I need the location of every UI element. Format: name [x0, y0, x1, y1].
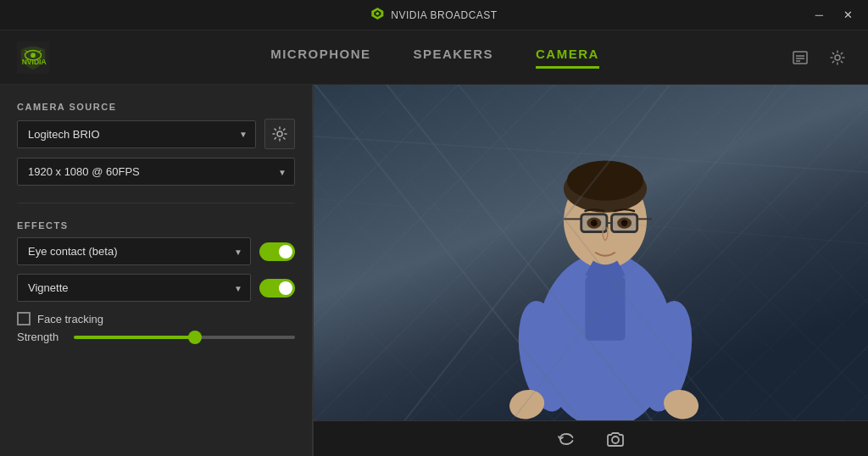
app-title: NVIDIA BROADCAST: [391, 9, 497, 21]
camera-device-wrapper: Logitech BRIO Default Camera OBS Virtual…: [17, 120, 256, 148]
svg-point-42: [612, 437, 619, 443]
left-panel: CAMERA SOURCE Logitech BRIO Default Came…: [0, 85, 314, 456]
strength-slider[interactable]: [74, 336, 295, 339]
svg-text:NVIDIA: NVIDIA: [22, 57, 47, 65]
effect1-row: Eye contact (beta) Background Blur Backg…: [17, 237, 295, 265]
nav-tabs: MICROPHONE SPEAKERS CAMERA: [83, 47, 787, 69]
camera-device-row: Logitech BRIO Default Camera OBS Virtual…: [17, 119, 295, 149]
minimize-button[interactable]: ─: [810, 7, 828, 23]
svg-line-39: [314, 199, 868, 244]
effect1-wrapper: Eye contact (beta) Background Blur Backg…: [17, 237, 251, 265]
reset-button[interactable]: [550, 426, 582, 452]
camera-feed: [314, 85, 868, 420]
svg-line-35: [314, 85, 581, 420]
screenshot-button[interactable]: [599, 426, 632, 452]
tab-camera[interactable]: CAMERA: [536, 47, 599, 69]
face-tracking-checkbox[interactable]: [17, 312, 31, 325]
svg-point-6: [31, 53, 36, 58]
title-bar-center: NVIDIA BROADCAST: [370, 7, 497, 24]
effect2-slider: [259, 279, 295, 298]
main-content: CAMERA SOURCE Logitech BRIO Default Came…: [0, 85, 868, 456]
camera-source-label: CAMERA SOURCE: [17, 102, 295, 112]
tab-microphone[interactable]: MICROPHONE: [270, 47, 370, 69]
strength-label: Strength: [17, 331, 64, 343]
effect2-wrapper: Vignette Background Blur None ▼: [17, 274, 251, 302]
camera-source-section: CAMERA SOURCE Logitech BRIO Default Came…: [17, 102, 295, 186]
face-tracking-label: Face tracking: [37, 313, 103, 325]
effect1-select[interactable]: Eye contact (beta) Background Blur Backg…: [17, 237, 251, 265]
background-architecture: [314, 85, 868, 420]
effects-section: EFFECTS Eye contact (beta) Background Bl…: [17, 220, 295, 343]
app-icon: [370, 7, 384, 24]
effect2-row: Vignette Background Blur None ▼: [17, 274, 295, 302]
effects-label: EFFECTS: [17, 220, 295, 231]
svg-rect-9: [793, 52, 807, 64]
svg-line-41: [510, 85, 778, 420]
effect2-select[interactable]: Vignette Background Blur None: [17, 274, 251, 302]
svg-line-36: [385, 85, 653, 420]
camera-device-select[interactable]: Logitech BRIO Default Camera OBS Virtual…: [17, 120, 256, 148]
nvidia-logo: NVIDIA: [17, 42, 49, 74]
info-button[interactable]: [787, 44, 814, 71]
nav-bar: NVIDIA MICROPHONE SPEAKERS CAMERA: [0, 31, 868, 85]
settings-button[interactable]: [824, 44, 851, 71]
right-panel: [314, 85, 868, 456]
nav-icons: [787, 44, 851, 71]
svg-point-13: [835, 55, 840, 60]
tab-speakers[interactable]: SPEAKERS: [413, 47, 493, 69]
svg-line-38: [314, 136, 868, 172]
effect1-toggle[interactable]: [259, 242, 295, 261]
divider-1: [17, 203, 295, 203]
face-tracking-row: Face tracking: [17, 312, 295, 325]
svg-point-14: [277, 131, 282, 136]
camera-resolution-row: 1920 x 1080 @ 60FPS 1920 x 1080 @ 30FPS …: [17, 158, 295, 186]
svg-line-37: [457, 85, 725, 420]
title-bar: NVIDIA BROADCAST ─ ✕: [0, 0, 868, 31]
effect1-slider: [259, 242, 295, 261]
effect2-toggle[interactable]: [259, 279, 295, 298]
camera-settings-button[interactable]: [264, 119, 295, 149]
camera-resolution-wrapper: 1920 x 1080 @ 60FPS 1920 x 1080 @ 30FPS …: [17, 158, 295, 186]
svg-line-40: [403, 85, 670, 420]
title-bar-controls: ─ ✕: [810, 7, 858, 23]
strength-row: Strength: [17, 331, 295, 343]
close-button[interactable]: ✕: [838, 7, 858, 23]
camera-resolution-select[interactable]: 1920 x 1080 @ 60FPS 1920 x 1080 @ 30FPS …: [17, 158, 295, 186]
camera-bottom-bar: [314, 420, 868, 456]
